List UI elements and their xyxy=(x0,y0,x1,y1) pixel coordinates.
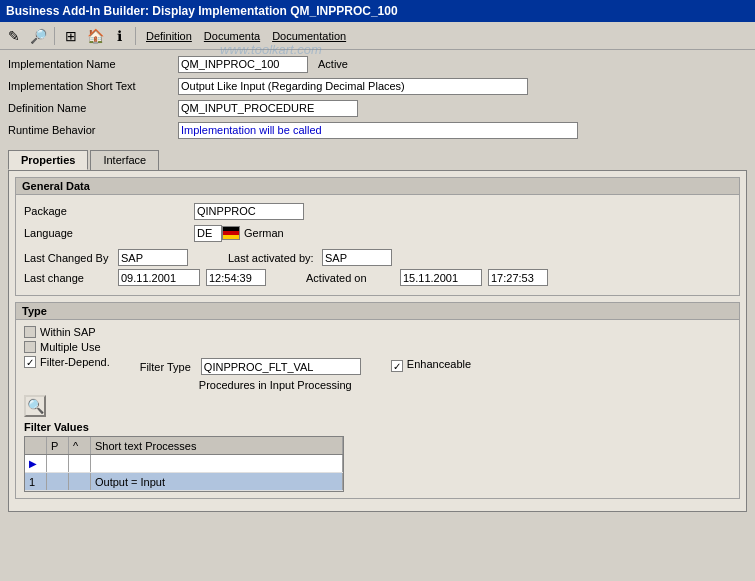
within-sap-label: Within SAP xyxy=(40,326,96,338)
filter-type-input[interactable] xyxy=(201,358,361,375)
package-row: Package xyxy=(24,201,731,221)
row1-p xyxy=(47,455,69,472)
row2-desc: Output = Input xyxy=(91,473,343,490)
section-general-data: General Data Package Language German Las… xyxy=(15,177,740,296)
toolbar-icon-3[interactable]: ⊞ xyxy=(61,26,81,46)
filter-depend-row: ✓ Filter-Depend. xyxy=(24,356,110,368)
section-type-header: Type xyxy=(16,303,739,320)
procedures-label: Procedures in Input Processing xyxy=(190,379,361,391)
multiple-use-checkbox[interactable] xyxy=(24,341,36,353)
section-general-body: Package Language German Last Changed By xyxy=(16,195,739,295)
dates-row: Last change Activated on xyxy=(24,269,731,286)
form-row-runtime: Runtime Behavior Implementation will be … xyxy=(8,120,747,140)
col-description: Short text Processes xyxy=(91,437,343,454)
tab-properties[interactable]: Properties xyxy=(8,150,88,170)
filter-type-label: Filter Type xyxy=(140,361,191,373)
changed-activated-rows: Last Changed By Last activated by: Last … xyxy=(24,249,731,286)
runtime-label: Runtime Behavior xyxy=(8,124,178,136)
menu-documentation[interactable]: Documentation xyxy=(268,29,350,43)
last-activated-group: Last activated by: xyxy=(228,249,392,266)
tabs-row: Properties Interface xyxy=(8,150,751,170)
language-name: German xyxy=(244,227,284,239)
last-change-date-input[interactable] xyxy=(118,269,200,286)
menu-documenta[interactable]: Documenta xyxy=(200,29,264,43)
col-icon xyxy=(25,437,47,454)
tab-interface[interactable]: Interface xyxy=(90,150,159,170)
short-text-label: Implementation Short Text xyxy=(8,80,178,92)
tab-content-properties: General Data Package Language German Las… xyxy=(8,170,747,512)
form-row-def-name: Definition Name xyxy=(8,98,747,118)
enhanceable-label: Enhanceable xyxy=(407,358,471,370)
toolbar-icon-2[interactable]: 🔎 xyxy=(28,26,48,46)
table-header: P ^ Short text Processes xyxy=(25,437,343,455)
filter-icon-button[interactable]: 🔍 xyxy=(24,395,46,417)
last-changed-row: Last Changed By Last activated by: xyxy=(24,249,731,266)
table-row[interactable]: 1 Output = Input xyxy=(25,473,343,491)
language-row: Language German xyxy=(24,223,731,243)
section-type-body: Within SAP Multiple Use ✓ Filter-Depend. xyxy=(16,320,739,498)
language-label: Language xyxy=(24,227,194,239)
multiple-use-label: Multiple Use xyxy=(40,341,101,353)
row2-num: 1 xyxy=(29,476,35,488)
filter-depend-label: Filter-Depend. xyxy=(40,356,110,368)
def-name-label: Definition Name xyxy=(8,102,178,114)
form-area: Implementation Name Active Implementatio… xyxy=(0,50,755,146)
row2-arrow xyxy=(69,473,91,490)
filter-table: P ^ Short text Processes ▶ xyxy=(24,436,344,492)
title-text: Business Add-In Builder: Display Impleme… xyxy=(6,4,398,18)
activated-on-group: Activated on xyxy=(306,269,548,286)
impl-name-input[interactable] xyxy=(178,56,308,73)
col-arrow: ^ xyxy=(69,437,91,454)
row1-arrow xyxy=(69,455,91,472)
checkboxes-col: Within SAP Multiple Use ✓ Filter-Depend. xyxy=(24,326,110,391)
impl-status: Active xyxy=(318,58,348,70)
filter-btn-area: 🔍 xyxy=(24,395,731,417)
last-changed-input[interactable] xyxy=(118,249,188,266)
filter-depend-checkbox[interactable]: ✓ xyxy=(24,356,36,368)
toolbar-sep-1 xyxy=(54,27,55,45)
filter-type-group: Filter Type xyxy=(140,358,361,375)
multiple-use-row: Multiple Use xyxy=(24,341,110,353)
form-row-impl-name: Implementation Name Active xyxy=(8,54,747,74)
package-input[interactable] xyxy=(194,203,304,220)
row2-icon-cell: 1 xyxy=(25,473,47,490)
impl-name-label: Implementation Name xyxy=(8,58,178,70)
last-change-time-input[interactable] xyxy=(206,269,266,286)
language-flag xyxy=(222,226,240,240)
row1-desc xyxy=(91,455,343,472)
short-text-input[interactable] xyxy=(178,78,528,95)
row1-icon-cell: ▶ xyxy=(25,455,47,472)
language-code-input[interactable] xyxy=(194,225,222,242)
row2-p xyxy=(47,473,69,490)
toolbar-icon-1[interactable]: ✎ xyxy=(4,26,24,46)
menu-definition[interactable]: Definition xyxy=(142,29,196,43)
form-row-short-text: Implementation Short Text xyxy=(8,76,747,96)
toolbar: ✎ 🔎 ⊞ 🏠 ℹ Definition Documenta Documenta… xyxy=(0,22,755,50)
last-activated-input[interactable] xyxy=(322,249,392,266)
section-type: Type Within SAP Multiple Use ✓ xyxy=(15,302,740,499)
def-name-input[interactable] xyxy=(178,100,358,117)
row1-icon: ▶ xyxy=(29,458,37,469)
toolbar-icon-4[interactable]: 🏠 xyxy=(85,26,105,46)
enhanceable-checkbox[interactable]: ✓ xyxy=(391,360,403,372)
toolbar-sep-2 xyxy=(135,27,136,45)
table-row[interactable]: ▶ xyxy=(25,455,343,473)
last-change-label: Last change xyxy=(24,272,114,284)
tabs-container: Properties Interface General Data Packag… xyxy=(0,150,755,512)
activated-on-time-input[interactable] xyxy=(488,269,548,286)
col-p: P xyxy=(47,437,69,454)
filter-icon: 🔍 xyxy=(27,398,44,414)
last-changed-group: Last Changed By xyxy=(24,249,188,266)
activated-on-date-input[interactable] xyxy=(400,269,482,286)
package-label: Package xyxy=(24,205,194,217)
title-bar: Business Add-In Builder: Display Impleme… xyxy=(0,0,755,22)
within-sap-row: Within SAP xyxy=(24,326,110,338)
filter-values-area: Filter Values P ^ Short text Processes ▶ xyxy=(24,421,731,492)
activated-on-label: Activated on xyxy=(306,272,396,284)
last-changed-label: Last Changed By xyxy=(24,252,114,264)
enhanceable-col: ✓ Enhanceable xyxy=(391,326,471,391)
last-activated-label: Last activated by: xyxy=(228,252,318,264)
toolbar-icon-5[interactable]: ℹ xyxy=(109,26,129,46)
filter-values-label: Filter Values xyxy=(24,421,731,433)
within-sap-checkbox[interactable] xyxy=(24,326,36,338)
